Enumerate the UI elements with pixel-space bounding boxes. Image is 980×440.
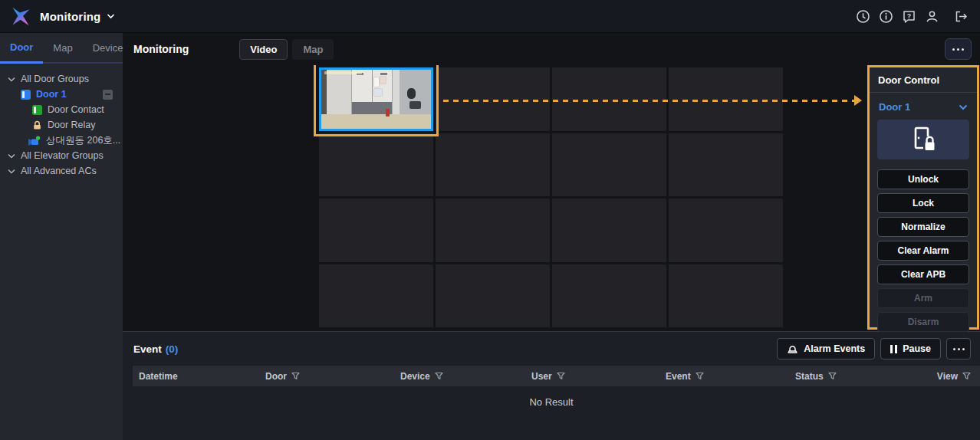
tree-item-door-1[interactable]: Door 1 xyxy=(0,87,123,102)
filter-icon[interactable] xyxy=(291,372,300,380)
info-icon[interactable] xyxy=(878,8,894,25)
column-event[interactable]: Event xyxy=(659,371,789,382)
door-tree: All Door Groups Door 1 Door Contact Door… xyxy=(0,64,123,179)
door-green-icon xyxy=(32,105,42,115)
door-control-panel: Door Control Door 1 Unlock Lock Normaliz… xyxy=(867,65,979,330)
arm-button: Arm xyxy=(877,288,969,308)
video-cell-empty[interactable] xyxy=(436,67,550,131)
lock-yellow-icon xyxy=(32,120,42,130)
filter-icon[interactable] xyxy=(962,372,971,380)
video-cell-empty[interactable] xyxy=(319,264,433,328)
column-datetime[interactable]: Datetime xyxy=(133,371,259,382)
time-icon[interactable] xyxy=(855,8,871,25)
tree-item-door-relay[interactable]: Door Relay xyxy=(0,117,123,133)
column-door[interactable]: Door xyxy=(259,371,394,382)
tree-item-camera-206[interactable]: 상대원동 206호... xyxy=(0,133,123,148)
alarm-siren-icon xyxy=(787,344,798,354)
logout-icon[interactable] xyxy=(953,8,969,25)
tab-map[interactable]: Map xyxy=(43,33,82,62)
collapse-minus-button[interactable] xyxy=(103,90,113,100)
unlock-button[interactable]: Unlock xyxy=(877,169,969,189)
event-count-badge: (0) xyxy=(166,343,179,355)
event-title: Event xyxy=(133,343,162,355)
tab-map-view[interactable]: Map xyxy=(292,39,334,60)
video-cell-empty[interactable] xyxy=(319,133,433,197)
column-device[interactable]: Device xyxy=(394,371,525,382)
video-cell-empty[interactable] xyxy=(669,67,783,131)
door-locked-icon xyxy=(909,126,938,153)
video-cell-empty[interactable] xyxy=(552,67,666,131)
video-cell-empty[interactable] xyxy=(436,133,550,197)
filter-icon[interactable] xyxy=(696,372,704,380)
event-table-header: Datetime Door Device User Event Status V… xyxy=(133,366,980,386)
video-cell-empty[interactable] xyxy=(552,133,666,197)
tree-item-door-contact[interactable]: Door Contact xyxy=(0,102,123,117)
column-status[interactable]: Status xyxy=(789,371,930,382)
chevron-down-icon[interactable] xyxy=(8,169,15,174)
video-cell-empty[interactable] xyxy=(319,199,433,262)
alarm-events-button[interactable]: Alarm Events xyxy=(777,338,875,360)
video-cell-empty[interactable] xyxy=(436,199,550,262)
event-header: Event (0) Alarm Events Pause xyxy=(123,332,980,366)
chevron-down-icon xyxy=(959,104,968,110)
help-icon[interactable]: ? xyxy=(901,8,917,25)
tree-item-all-elevator-groups[interactable]: All Elevator Groups xyxy=(0,148,123,163)
topbar-actions: ? xyxy=(855,8,969,25)
event-more-button[interactable] xyxy=(946,338,971,360)
section-title: Monitoring xyxy=(133,43,189,55)
door-control-title: Door Control xyxy=(870,67,977,93)
door-select-dropdown[interactable]: Door 1 xyxy=(877,100,969,113)
page-title: Monitoring xyxy=(40,10,100,23)
clear-apb-button[interactable]: Clear APB xyxy=(877,264,969,284)
tab-device[interactable]: Device xyxy=(83,33,133,62)
lock-button[interactable]: Lock xyxy=(877,193,969,213)
door-status-tile xyxy=(877,120,969,159)
pause-button[interactable]: Pause xyxy=(880,338,941,360)
user-icon[interactable] xyxy=(924,8,940,25)
video-cell-camera-1[interactable] xyxy=(319,67,433,131)
video-grid xyxy=(319,67,783,327)
empty-state-text: No Result xyxy=(123,396,980,408)
normalize-button[interactable]: Normalize xyxy=(877,217,969,237)
video-cell-empty[interactable] xyxy=(669,133,783,197)
top-bar: Monitoring ? xyxy=(0,0,980,33)
app-logo-icon xyxy=(11,6,31,27)
pause-icon xyxy=(890,345,897,353)
video-cell-empty[interactable] xyxy=(669,199,783,262)
camera-timestamp-overlay xyxy=(324,71,362,74)
video-monitoring-area: Door Control Door 1 Unlock Lock Normaliz… xyxy=(123,65,980,331)
door-control-buttons: Unlock Lock Normalize Clear Alarm Clear … xyxy=(877,169,969,332)
column-view[interactable]: View xyxy=(930,371,980,382)
sidebar-tabs: Door Map Device xyxy=(0,33,123,64)
link-arrow-head xyxy=(854,95,862,106)
filter-icon[interactable] xyxy=(435,372,443,380)
chevron-down-icon[interactable] xyxy=(8,153,15,159)
camera-online-icon xyxy=(28,136,41,146)
tab-video[interactable]: Video xyxy=(239,39,288,60)
disarm-button: Disarm xyxy=(877,312,969,332)
tab-door[interactable]: Door xyxy=(0,33,43,64)
filter-icon[interactable] xyxy=(828,372,837,380)
more-options-button[interactable] xyxy=(945,38,972,60)
camera-feed-image xyxy=(321,70,431,129)
event-section: Event (0) Alarm Events Pause Datetime Do… xyxy=(123,331,980,440)
video-cell-empty[interactable] xyxy=(669,264,783,328)
view-mode-tabs: Video Map xyxy=(239,39,334,60)
video-cell-empty[interactable] xyxy=(552,264,666,328)
video-cell-empty[interactable] xyxy=(436,264,550,328)
svg-text:?: ? xyxy=(907,11,912,19)
main-header: Monitoring Video Map xyxy=(123,33,980,65)
selection-border xyxy=(319,67,433,131)
door-blue-icon xyxy=(21,90,31,100)
clear-alarm-button[interactable]: Clear Alarm xyxy=(877,241,969,261)
tree-item-all-door-groups[interactable]: All Door Groups xyxy=(0,71,123,87)
tree-item-all-advanced-acs[interactable]: All Advanced ACs xyxy=(0,163,123,179)
chevron-down-icon[interactable] xyxy=(107,13,115,19)
video-cell-empty[interactable] xyxy=(552,199,666,262)
column-user[interactable]: User xyxy=(525,371,659,382)
left-sidebar: Door Map Device All Door Groups Door 1 D… xyxy=(0,33,123,440)
filter-icon[interactable] xyxy=(557,372,565,380)
chevron-down-icon[interactable] xyxy=(8,77,15,82)
